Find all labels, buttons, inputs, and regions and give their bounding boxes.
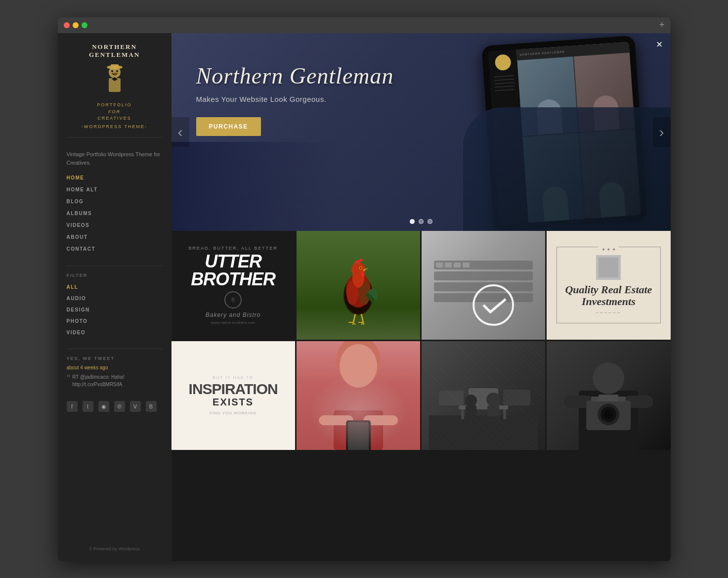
nav-link-blog[interactable]: BLOG bbox=[67, 199, 84, 204]
tablet-menu-line-4 bbox=[495, 85, 514, 88]
slider-dot-3[interactable] bbox=[428, 219, 432, 224]
slider-next-arrow[interactable]: › bbox=[653, 117, 671, 147]
nav-item-home-alt[interactable]: HOME ALT bbox=[67, 184, 163, 193]
powered-by: © Powered by Wordpress bbox=[67, 546, 163, 551]
social-icons-container: f t ◉ ℗ V B bbox=[67, 401, 163, 412]
window-controls bbox=[64, 22, 87, 28]
svg-rect-23 bbox=[454, 263, 461, 267]
nav-link-home[interactable]: HOME bbox=[67, 175, 85, 180]
close-button[interactable]: × bbox=[656, 38, 663, 51]
filter-audio[interactable]: AUDIO bbox=[67, 293, 163, 302]
logo-area: NORTHERN GENTLEMAN bbox=[67, 43, 163, 138]
filter-menu: ALL AUDIO DESIGN PHOTO VIDEO bbox=[67, 282, 163, 339]
slider-prev-arrow[interactable]: ‹ bbox=[171, 117, 189, 147]
portfolio-item-keyboard[interactable] bbox=[422, 231, 545, 340]
nav-item-contact[interactable]: CONTACT bbox=[67, 244, 163, 253]
nav-link-albums[interactable]: ALBUMS bbox=[67, 211, 92, 216]
hero-content: Northern Gentleman Makes Your Website Lo… bbox=[196, 63, 394, 136]
nav-item-videos[interactable]: VIDEOS bbox=[67, 220, 163, 229]
svg-rect-20 bbox=[434, 293, 533, 302]
close-dot[interactable] bbox=[64, 22, 70, 28]
filter-link-audio[interactable]: AUDIO bbox=[67, 296, 86, 301]
portfolio-item-inspiration[interactable]: BUT IT HAS TO INSPIRATION EXISTS FIND YO… bbox=[171, 341, 295, 450]
street-texture bbox=[422, 341, 545, 450]
nav-link-videos[interactable]: VIDEOS bbox=[67, 222, 90, 228]
svg-rect-54 bbox=[599, 395, 618, 401]
filter-video[interactable]: VIDEO bbox=[67, 327, 163, 336]
portfolio-grid: BREAD, BUTTER, ALL BETTER UTTER BROTHER … bbox=[171, 231, 671, 450]
social-vimeo[interactable]: V bbox=[130, 401, 141, 412]
tablet-menu-line-5 bbox=[495, 89, 514, 91]
nav-link-home-alt[interactable]: HOME ALT bbox=[67, 187, 98, 192]
filter-design[interactable]: DESIGN bbox=[67, 305, 163, 313]
slider-dot-2[interactable] bbox=[419, 219, 424, 224]
tweet-time: about 4 weeks ago bbox=[67, 365, 163, 370]
svg-rect-24 bbox=[463, 263, 470, 267]
insp-small-text: BUT IT HAS TO bbox=[189, 375, 278, 380]
bakery-badge-icon: B bbox=[224, 291, 242, 309]
camera-bg bbox=[547, 341, 670, 450]
tablet-menu-line-3 bbox=[494, 82, 514, 84]
social-pinterest[interactable]: ℗ bbox=[114, 401, 125, 412]
portfolio-item-phone[interactable] bbox=[297, 341, 420, 450]
social-instagram[interactable]: ◉ bbox=[98, 401, 109, 412]
svg-line-15 bbox=[353, 314, 355, 322]
portfolio-item-quality[interactable]: ✦ ✦ ✦ Quality Real Estate Investments ──… bbox=[547, 231, 670, 340]
keyboard-svg bbox=[422, 231, 545, 340]
slider-dots bbox=[410, 219, 432, 224]
hero-title: Northern Gentleman bbox=[196, 63, 394, 89]
camera-person-svg bbox=[547, 341, 670, 450]
main-content: × bbox=[171, 33, 671, 561]
svg-point-2 bbox=[111, 70, 113, 72]
filter-section-title: FILTER bbox=[67, 266, 163, 278]
filter-all[interactable]: ALL bbox=[67, 282, 163, 291]
site-title: NORTHERN GENTLEMAN bbox=[67, 43, 163, 60]
social-twitter[interactable]: t bbox=[83, 401, 93, 412]
street-bg bbox=[422, 341, 545, 450]
sidebar: NORTHERN GENTLEMAN bbox=[58, 33, 171, 561]
phone-blur-overlay bbox=[309, 374, 408, 450]
portfolio-item-street[interactable] bbox=[422, 341, 545, 450]
new-tab-button[interactable]: + bbox=[659, 20, 665, 30]
portfolio-item-bakery[interactable]: BREAD, BUTTER, ALL BETTER UTTER BROTHER … bbox=[171, 231, 295, 340]
bakery-title: UTTER BROTHER bbox=[181, 253, 285, 288]
nav-link-contact[interactable]: CONTACT bbox=[67, 246, 96, 252]
quality-image bbox=[596, 255, 621, 280]
filter-link-design[interactable]: DESIGN bbox=[67, 307, 90, 312]
svg-point-14 bbox=[360, 267, 361, 268]
rooster-bg bbox=[297, 231, 420, 340]
slider-dot-1[interactable] bbox=[410, 219, 415, 224]
titlebar: + bbox=[58, 17, 671, 33]
portfolio-item-camera[interactable] bbox=[547, 341, 670, 450]
hand-bg-left bbox=[171, 142, 340, 231]
quality-title: Quality Real Estate Investments bbox=[565, 284, 652, 308]
nav-link-about[interactable]: ABOUT bbox=[67, 234, 88, 240]
insp-exists-text: EXISTS bbox=[189, 397, 278, 408]
quote-icon: " bbox=[67, 373, 71, 384]
minimize-dot[interactable] bbox=[73, 22, 79, 28]
filter-link-video[interactable]: VIDEO bbox=[67, 330, 86, 335]
hand-bg-right bbox=[463, 107, 671, 231]
filter-link-photo[interactable]: PHOTO bbox=[67, 318, 88, 324]
logo-subtitle: PORTFOLIO for CREATIVES -WORDPRESS THEME… bbox=[67, 102, 163, 130]
nav-item-albums[interactable]: ALBUMS bbox=[67, 208, 163, 217]
filter-photo[interactable]: PHOTO bbox=[67, 316, 163, 325]
social-behance[interactable]: B bbox=[146, 401, 157, 412]
maximize-dot[interactable] bbox=[82, 22, 87, 28]
portfolio-item-rooster[interactable] bbox=[297, 231, 420, 340]
social-facebook[interactable]: f bbox=[67, 401, 78, 412]
nav-item-home[interactable]: HOME bbox=[67, 173, 163, 181]
svg-rect-19 bbox=[434, 282, 533, 291]
quality-top-ornament: ✦ ✦ ✦ bbox=[599, 247, 619, 252]
tablet-menu-line-2 bbox=[494, 78, 514, 81]
nav-item-about[interactable]: ABOUT bbox=[67, 232, 163, 241]
tablet-logo-circle bbox=[494, 54, 511, 71]
svg-rect-18 bbox=[434, 271, 533, 280]
bakery-sub-title: Bakery and Bistro bbox=[181, 311, 285, 318]
nav-item-blog[interactable]: BLOG bbox=[67, 196, 163, 205]
tablet-menu-line-1 bbox=[494, 75, 514, 77]
site-tagline: Vintage Portfolio Wordpress Theme for Cr… bbox=[67, 150, 163, 167]
tweet-text: " RT @jadlimcaco: Haha! http://t.co/PvsB… bbox=[67, 373, 163, 388]
purchase-button[interactable]: Purchase bbox=[196, 117, 261, 136]
filter-link-all[interactable]: ALL bbox=[67, 284, 79, 290]
